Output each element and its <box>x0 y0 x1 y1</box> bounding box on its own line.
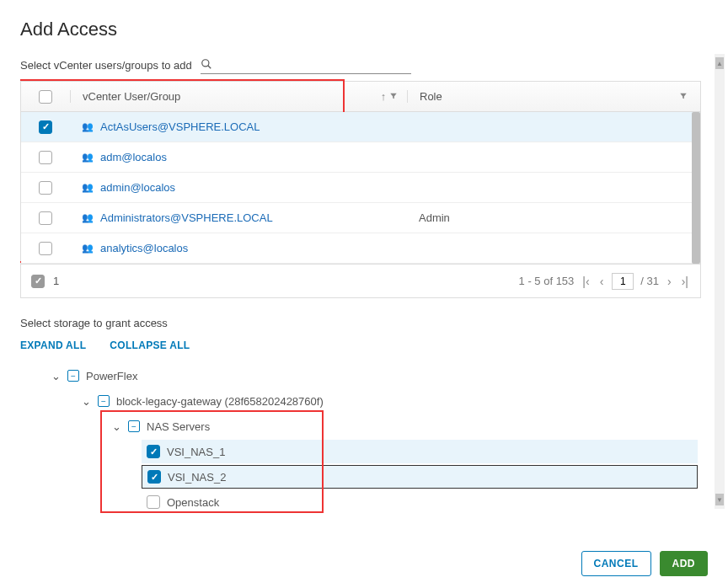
scroll-down-icon[interactable]: ▼ <box>715 494 724 505</box>
next-page-button[interactable]: › <box>666 273 673 290</box>
group-icon: 👥 <box>82 182 94 193</box>
last-page-button[interactable]: ›| <box>680 273 690 290</box>
tree-leaf[interactable]: Openstack <box>20 489 701 515</box>
collapse-box-icon[interactable]: − <box>128 420 140 432</box>
leaf-checkbox[interactable] <box>147 445 160 458</box>
selected-count: 1 <box>53 275 59 287</box>
select-all-checkbox[interactable] <box>39 90 52 104</box>
sort-arrow-icon[interactable]: ↑ <box>381 90 387 103</box>
column-header-user[interactable]: vCenter User/Group <box>70 90 372 103</box>
storage-section-label: Select storage to grant access <box>20 317 701 329</box>
selection-summary-checkbox[interactable] <box>31 275 45 288</box>
row-checkbox[interactable] <box>39 211 52 225</box>
table-row[interactable]: 👥analytics@localos <box>21 233 700 264</box>
table-row[interactable]: 👥ActAsUsers@VSPHERE.LOCAL <box>21 112 700 142</box>
filter-icon[interactable] <box>679 90 688 103</box>
tree-node-label: NAS Servers <box>147 420 210 433</box>
svg-line-1 <box>208 65 211 68</box>
column-header-role[interactable]: Role <box>407 90 666 103</box>
cancel-button[interactable]: CANCEL <box>581 551 651 576</box>
row-checkbox[interactable] <box>39 242 52 255</box>
table-scrollbar[interactable] <box>692 112 700 264</box>
page-scrollbar[interactable]: ▲ ▼ <box>715 54 725 509</box>
filter-icon[interactable] <box>389 90 398 103</box>
leaf-label: Openstack <box>167 496 219 509</box>
total-pages: / 31 <box>640 275 659 287</box>
group-icon: 👥 <box>82 121 94 132</box>
tree-node-nas[interactable]: ⌄ − NAS Servers <box>20 414 701 439</box>
expand-all-link[interactable]: EXPAND ALL <box>20 339 86 351</box>
page-title: Add Access <box>20 19 708 40</box>
leaf-checkbox[interactable] <box>147 495 160 509</box>
leaf-label: VSI_NAS_1 <box>167 446 225 458</box>
table-row[interactable]: 👥Administrators@VSPHERE.LOCAL Admin <box>21 203 700 233</box>
user-label: admin@localos <box>100 181 175 194</box>
tree-node-gateway[interactable]: ⌄ − block-legacy-gateway (28f65820242876… <box>20 388 701 414</box>
tree-node-label: PowerFlex <box>86 370 137 382</box>
chevron-down-icon[interactable]: ⌄ <box>51 370 61 382</box>
search-field[interactable] <box>201 56 411 74</box>
chevron-down-icon[interactable]: ⌄ <box>111 420 121 433</box>
scroll-up-icon[interactable]: ▲ <box>715 57 724 69</box>
add-button[interactable]: ADD <box>660 551 709 576</box>
tree-node-powerflex[interactable]: ⌄ − PowerFlex <box>20 363 701 388</box>
storage-tree: ⌄ − PowerFlex ⌄ − block-legacy-gateway (… <box>20 363 701 515</box>
table-row[interactable]: 👥adm@localos <box>21 142 700 173</box>
tree-leaf[interactable]: VSI_NAS_1 <box>20 439 701 464</box>
collapse-box-icon[interactable]: − <box>67 370 79 382</box>
table-header: vCenter User/Group ↑ Role <box>21 82 700 112</box>
table-row[interactable]: 👥admin@localos <box>21 173 700 203</box>
group-icon: 👥 <box>82 152 94 163</box>
row-checkbox[interactable] <box>39 181 52 195</box>
user-label: Administrators@VSPHERE.LOCAL <box>100 211 273 224</box>
user-label: adm@localos <box>100 151 167 163</box>
row-checkbox[interactable] <box>39 120 52 134</box>
svg-point-0 <box>202 59 209 66</box>
leaf-label: VSI_NAS_2 <box>168 471 226 484</box>
search-icon <box>201 58 212 70</box>
user-label: ActAsUsers@VSPHERE.LOCAL <box>100 120 260 133</box>
first-page-button[interactable]: |‹ <box>581 273 591 290</box>
tree-node-label: block-legacy-gateway (28f658202428760f) <box>116 395 324 408</box>
tree-leaf[interactable]: VSI_NAS_2 <box>20 464 701 489</box>
chevron-down-icon[interactable]: ⌄ <box>81 395 91 408</box>
user-label: analytics@localos <box>100 242 188 254</box>
select-users-label: Select vCenter users/groups to add <box>20 59 192 72</box>
pagination-bar: 1 1 - 5 of 153 |‹ ‹ / 31 › ›| <box>20 265 701 298</box>
page-input[interactable] <box>612 273 634 290</box>
role-cell: Admin <box>407 211 700 224</box>
leaf-checkbox[interactable] <box>147 470 161 484</box>
collapse-all-link[interactable]: COLLAPSE ALL <box>110 339 190 351</box>
group-icon: 👥 <box>82 243 94 254</box>
users-table: vCenter User/Group ↑ Role 👥Act <box>20 81 701 265</box>
page-range: 1 - 5 of 153 <box>519 275 575 287</box>
prev-page-button[interactable]: ‹ <box>598 273 606 290</box>
group-icon: 👥 <box>82 212 94 223</box>
search-input[interactable] <box>212 56 411 72</box>
row-checkbox[interactable] <box>39 151 52 164</box>
collapse-box-icon[interactable]: − <box>98 395 110 407</box>
